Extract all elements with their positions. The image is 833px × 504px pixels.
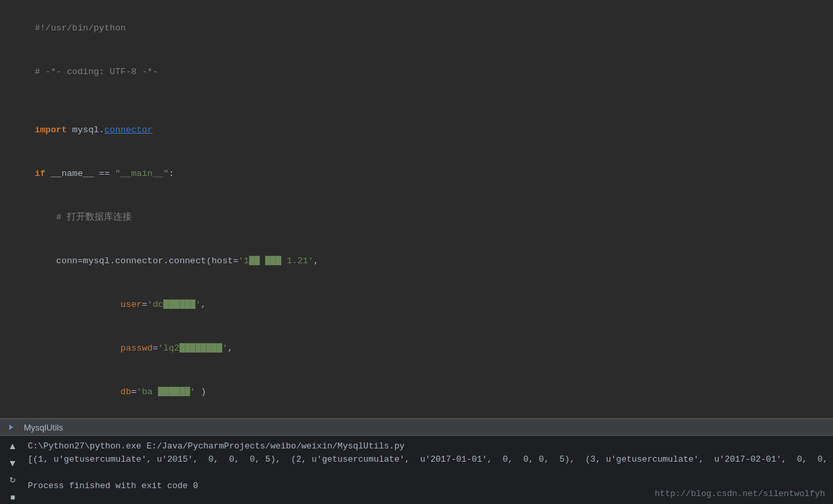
watermark: http://blog.csdn.net/silentwolfyh [655,489,825,499]
side-controls: ▲ ▼ ↻ ■ [0,436,25,504]
stop-button[interactable]: ■ [5,490,20,504]
output-data-line: [(1, u'getusercumulate', u'2015', 0, 0, … [28,453,826,466]
line-coding: # -*- coding: UTF-8 -*- [13,50,833,94]
empty-output-line [28,466,826,480]
line-user: user='dc██████', [13,283,833,327]
line-shebang: #!/usr/bin/python [13,7,833,50]
panel-title: MysqlUtils [24,423,63,433]
panel-header: MysqlUtils [0,419,833,436]
scroll-down-button[interactable]: ▼ [5,456,20,470]
panel-output: ▲ ▼ ↻ ■ C:\Python27\python.exe E:/Java/P… [0,436,833,497]
code-editor: #!/usr/bin/python # -*- coding: UTF-8 -*… [0,0,833,418]
line-db: db='ba ██████' ) [13,370,833,414]
scroll-up-button[interactable]: ▲ [5,439,20,453]
terminal-icon [8,422,19,433]
line-if-main: if __name__ == "__main__": [13,152,833,196]
restart-button[interactable]: ↻ [5,473,20,487]
line-comment-open: # 打开数据库连接 [13,196,833,239]
line-empty2 [13,414,833,418]
line-conn: conn=mysql.connector.connect(host='1██ █… [13,239,833,283]
line-import: import mysql.connector [13,108,833,152]
line-empty [13,94,833,108]
line-passwd: passwd='lq2████████', [13,327,833,370]
command-line: C:\Python27\python.exe E:/Java/PycharmPr… [28,440,826,453]
